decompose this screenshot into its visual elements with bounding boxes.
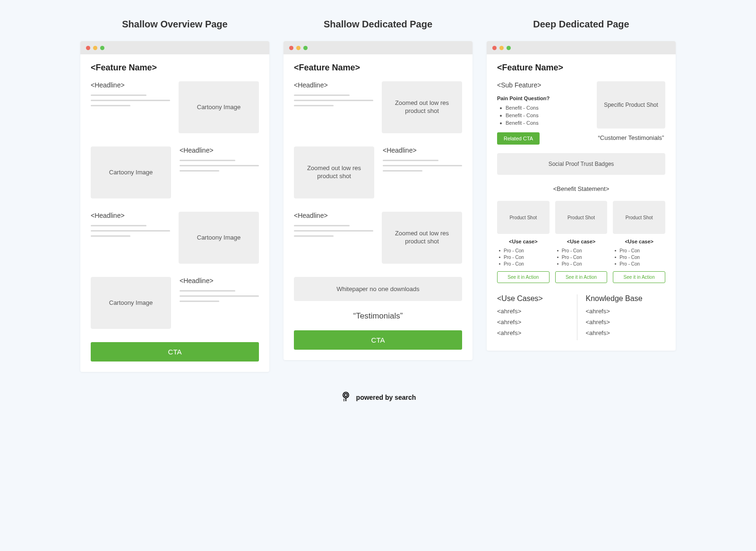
cta-button[interactable]: CTA	[91, 342, 259, 362]
column-title: Shallow Dedicated Page	[284, 19, 472, 30]
maximize-icon	[507, 46, 511, 50]
benefit-item: Benefit - Cons	[500, 112, 588, 118]
ahrefs-link[interactable]: <ahrefs>	[586, 319, 661, 326]
use-case-card: Product Shot <Use case> Pro - Con Pro - …	[613, 201, 665, 283]
minimize-icon	[296, 46, 301, 50]
headline: <Headline>	[383, 146, 462, 154]
maximize-icon	[100, 46, 104, 50]
feature-name: <Feature Name>	[294, 63, 462, 73]
knowledge-base-title: Knowledge Base	[586, 294, 661, 303]
product-shot-image: Zoomed out low res product shot	[382, 81, 462, 133]
benefit-item: Benefit - Cons	[500, 105, 588, 111]
text-block: <Headline>	[294, 212, 373, 241]
specific-product-shot: Specific Product Shot	[597, 81, 665, 129]
feature-name: <Feature Name>	[497, 63, 665, 73]
minimize-icon	[499, 46, 504, 50]
use-case-card: Product Shot <Use case> Pro - Con Pro - …	[497, 201, 550, 283]
related-cta-button[interactable]: Related CTA	[497, 132, 540, 145]
customer-testimonials: “Customer Testimonials”	[597, 134, 665, 141]
text-block: <Headline>	[294, 81, 373, 110]
social-proof-badges: Social Proof Trust Badges	[497, 153, 665, 175]
svg-point-1	[343, 392, 349, 398]
text-block: <Headline>	[383, 146, 462, 175]
headline: <Headline>	[91, 81, 170, 89]
product-shot: Product Shot	[555, 201, 608, 234]
text-block: <Headline>	[180, 146, 259, 175]
column-title: Deep Dedicated Page	[487, 19, 676, 30]
browser-bar	[487, 41, 676, 54]
text-block: <Headline>	[91, 212, 170, 241]
cartoony-image: Cartoony Image	[179, 212, 259, 264]
cartoony-image: Cartoony Image	[179, 81, 259, 133]
use-case-label: <Use case>	[555, 239, 608, 244]
see-it-in-action-button[interactable]: See it in Action	[613, 271, 665, 283]
close-icon	[289, 46, 293, 50]
ahrefs-link[interactable]: <ahrefs>	[586, 329, 661, 336]
use-case-label: <Use case>	[613, 239, 665, 244]
maximize-icon	[303, 46, 308, 50]
product-shot: Product Shot	[613, 201, 665, 234]
cartoony-image: Cartoony Image	[91, 277, 171, 329]
see-it-in-action-button[interactable]: See it in Action	[555, 271, 608, 283]
shallow-overview-column: Shallow Overview Page <Feature Name> <He…	[80, 19, 269, 372]
procon-list: Pro - Con Pro - Con Pro - Con	[613, 248, 665, 267]
see-it-in-action-button[interactable]: See it in Action	[497, 271, 550, 283]
procon-list: Pro - Con Pro - Con Pro - Con	[555, 248, 608, 267]
browser-bar	[80, 41, 269, 54]
close-icon	[492, 46, 497, 50]
headline: <Headline>	[294, 81, 373, 89]
feature-name: <Feature Name>	[91, 63, 259, 73]
browser-mockup: <Feature Name> <Headline> Zoomed out low…	[284, 41, 472, 360]
product-shot: Product Shot	[497, 201, 550, 234]
headline: <Headline>	[180, 146, 259, 154]
benefit-statement: <Benefit Statement>	[497, 185, 665, 192]
headline: <Headline>	[180, 277, 259, 284]
benefit-item: Benefit - Cons	[500, 120, 588, 126]
close-icon	[86, 46, 90, 50]
svg-point-0	[344, 394, 347, 396]
text-block: <Headline>	[180, 277, 259, 306]
browser-mockup: <Feature Name> <Headline> Cartoony Image…	[80, 41, 269, 372]
headline: <Headline>	[91, 212, 170, 219]
use-case-card: Product Shot <Use case> Pro - Con Pro - …	[555, 201, 608, 283]
headline: <Headline>	[294, 212, 373, 219]
ahrefs-link[interactable]: <ahrefs>	[497, 319, 572, 326]
benefit-list: Benefit - Cons Benefit - Cons Benefit - …	[497, 105, 588, 126]
shallow-dedicated-column: Shallow Dedicated Page <Feature Name> <H…	[284, 19, 472, 360]
pain-point-question: Pain Point Question?	[497, 95, 588, 101]
whitepaper-block: Whitepaper no one downloads	[294, 277, 462, 301]
cta-button[interactable]: CTA	[294, 330, 462, 350]
footer-text: powered by search	[356, 394, 416, 401]
procon-list: Pro - Con Pro - Con Pro - Con	[497, 248, 550, 267]
use-cases-title: <Use Cases>	[497, 294, 572, 303]
ahrefs-link[interactable]: <ahrefs>	[497, 308, 572, 315]
product-shot-image: Zoomed out low res product shot	[294, 146, 374, 198]
footer: powered by search	[24, 391, 732, 404]
browser-mockup: <Feature Name> <Sub Feature> Pain Point …	[487, 41, 676, 351]
testimonials-label: “Testimonials”	[294, 311, 462, 321]
product-shot-image: Zoomed out low res product shot	[382, 212, 462, 264]
text-block: <Headline>	[91, 81, 170, 110]
minimize-icon	[93, 46, 97, 50]
sub-feature: <Sub Feature>	[497, 81, 588, 89]
logo-icon	[340, 391, 352, 404]
deep-dedicated-column: Deep Dedicated Page <Feature Name> <Sub …	[487, 19, 676, 351]
ahrefs-link[interactable]: <ahrefs>	[586, 308, 661, 315]
cartoony-image: Cartoony Image	[91, 146, 171, 198]
use-case-label: <Use case>	[497, 239, 550, 244]
browser-bar	[284, 41, 472, 54]
column-title: Shallow Overview Page	[80, 19, 269, 30]
ahrefs-link[interactable]: <ahrefs>	[497, 329, 572, 336]
